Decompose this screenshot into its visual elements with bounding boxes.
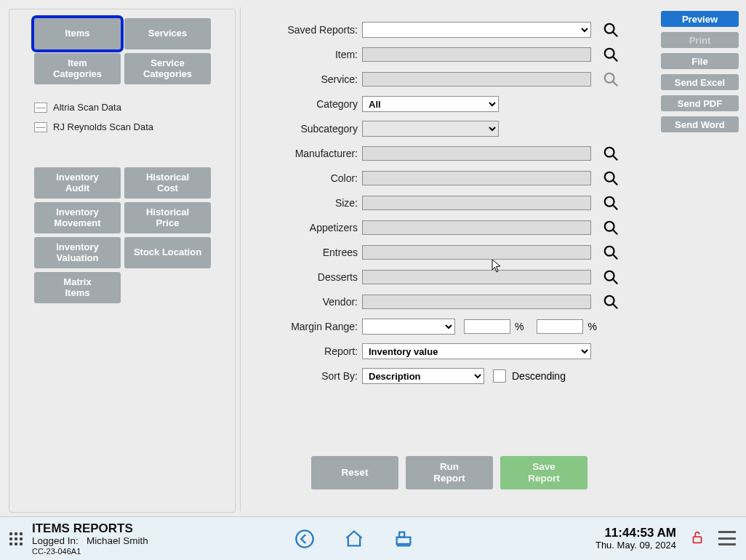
- report-inventory-audit[interactable]: Inventory Audit: [34, 167, 121, 199]
- search-icon[interactable]: [601, 193, 620, 212]
- logged-in-prefix: Logged In:: [32, 535, 79, 546]
- label-color: Color:: [253, 172, 362, 184]
- status-icons: [279, 528, 595, 550]
- margin-to-field[interactable]: [537, 319, 583, 334]
- search-icon[interactable]: [601, 218, 620, 237]
- reset-button[interactable]: Reset: [311, 456, 398, 489]
- svg-line-13: [613, 230, 617, 234]
- search-icon[interactable]: [601, 268, 620, 287]
- tab-item-categories[interactable]: Item Categories: [34, 53, 121, 84]
- margin-range-select[interactable]: [362, 319, 455, 335]
- search-icon[interactable]: [601, 292, 620, 311]
- svg-rect-21: [397, 537, 411, 543]
- search-icon[interactable]: [601, 144, 620, 163]
- file-button[interactable]: File: [661, 53, 739, 69]
- percent-symbol: %: [510, 321, 528, 332]
- label-entrees: Entrees: [253, 247, 362, 258]
- item-field[interactable]: [362, 47, 591, 62]
- subcategory-select[interactable]: [362, 121, 499, 137]
- scan-altria-row[interactable]: — Altria Scan Data: [9, 97, 235, 117]
- svg-line-15: [613, 255, 617, 259]
- category-select[interactable]: All: [362, 96, 499, 112]
- search-icon[interactable]: [601, 20, 620, 39]
- report-inventory-movement[interactable]: Inventory Movement: [34, 202, 121, 233]
- scan-filters: — Altria Scan Data — RJ Reynolds Scan Da…: [9, 97, 235, 148]
- station-code: CC-23-046A1: [32, 547, 279, 556]
- report-historical-price[interactable]: Historical Price: [124, 202, 211, 233]
- run-report-button[interactable]: Run Report: [406, 456, 493, 489]
- checkbox-icon[interactable]: —: [34, 122, 47, 132]
- svg-line-1: [613, 32, 617, 36]
- svg-line-7: [613, 156, 617, 160]
- label-saved-reports: Saved Reports:: [253, 24, 362, 36]
- vertical-divider: [240, 7, 241, 511]
- manufacturer-field[interactable]: [362, 146, 591, 161]
- register-icon[interactable]: [393, 528, 414, 550]
- send-word-button[interactable]: Send Word: [661, 116, 739, 132]
- back-icon[interactable]: [294, 528, 316, 550]
- label-descending: Descending: [512, 370, 566, 382]
- svg-rect-22: [399, 532, 404, 537]
- grip-icon[interactable]: [0, 532, 32, 545]
- descending-checkbox[interactable]: [493, 369, 506, 383]
- svg-point-16: [605, 271, 614, 281]
- search-icon[interactable]: [601, 45, 620, 64]
- svg-line-5: [613, 81, 617, 86]
- clock-time: 11:44:53 AM: [595, 527, 676, 540]
- run-row: Reset Run Report Save Report: [311, 456, 587, 489]
- menu-icon[interactable]: [718, 531, 736, 545]
- report-select[interactable]: Inventory value: [362, 343, 591, 359]
- appetizers-field[interactable]: [362, 220, 591, 235]
- status-text: ITEMS REPORTS Logged In: Michael Smith C…: [32, 521, 279, 556]
- svg-point-4: [605, 73, 614, 83]
- svg-line-3: [613, 57, 617, 61]
- size-field[interactable]: [362, 196, 591, 210]
- label-appetizers: Appetizers: [253, 222, 362, 233]
- svg-point-12: [605, 222, 614, 231]
- label-sort-by: Sort By:: [253, 370, 362, 382]
- status-bar: ITEMS REPORTS Logged In: Michael Smith C…: [0, 516, 746, 560]
- scan-altria-label: Altria Scan Data: [53, 102, 121, 113]
- label-item: Item:: [253, 49, 362, 60]
- search-icon[interactable]: [601, 169, 620, 188]
- report-inventory-valuation[interactable]: Inventory Valuation: [34, 237, 121, 268]
- action-column: Preview Print File Send Excel Send PDF S…: [661, 11, 739, 132]
- label-subcategory: Subcategory: [253, 123, 362, 135]
- left-panel: Items Services Item Categories Service C…: [9, 9, 236, 513]
- lock-icon[interactable]: [689, 529, 705, 547]
- report-stock-location[interactable]: Stock Location: [124, 237, 211, 268]
- sort-by-select[interactable]: Description: [362, 368, 484, 384]
- saved-reports-select[interactable]: [362, 22, 591, 38]
- service-field[interactable]: [362, 72, 591, 87]
- svg-point-20: [296, 530, 313, 547]
- desserts-field[interactable]: [362, 270, 591, 284]
- send-pdf-button[interactable]: Send PDF: [661, 95, 739, 111]
- preview-button[interactable]: Preview: [661, 11, 739, 27]
- tab-items[interactable]: Items: [34, 18, 121, 49]
- label-vendor: Vendor:: [253, 296, 362, 308]
- scan-rj-row[interactable]: — RJ Reynolds Scan Data: [9, 117, 235, 137]
- send-excel-button[interactable]: Send Excel: [661, 74, 739, 90]
- svg-point-8: [605, 172, 614, 182]
- entrees-field[interactable]: [362, 245, 591, 260]
- margin-from-field[interactable]: [464, 319, 510, 334]
- home-icon[interactable]: [343, 528, 365, 550]
- color-field[interactable]: [362, 171, 591, 185]
- checkbox-icon[interactable]: —: [34, 103, 47, 113]
- report-matrix-items[interactable]: Matrix Items: [34, 272, 121, 303]
- clock-date: Thu. May. 09, 2024: [595, 540, 676, 551]
- svg-line-9: [613, 180, 617, 185]
- print-button[interactable]: Print: [661, 32, 739, 48]
- svg-rect-27: [694, 537, 702, 543]
- tab-service-categories[interactable]: Service Categories: [124, 53, 211, 84]
- vendor-field[interactable]: [362, 295, 591, 309]
- label-service: Service:: [253, 73, 362, 85]
- percent-symbol: %: [583, 321, 601, 332]
- save-report-button[interactable]: Save Report: [500, 456, 587, 489]
- tab-services[interactable]: Services: [124, 18, 211, 49]
- label-report: Report:: [253, 345, 362, 357]
- search-icon[interactable]: [601, 243, 620, 262]
- report-historical-cost[interactable]: Historical Cost: [124, 167, 211, 199]
- svg-point-18: [605, 296, 614, 305]
- search-icon: [601, 70, 620, 89]
